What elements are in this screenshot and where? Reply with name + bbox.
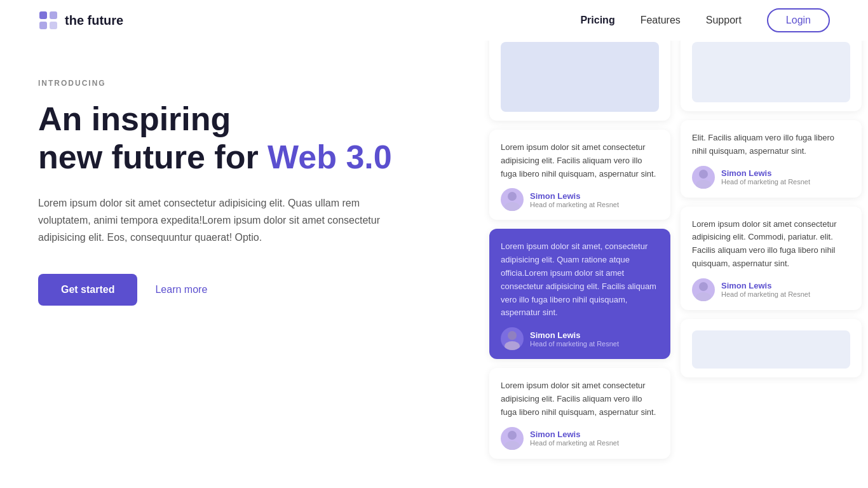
card-text-r2: Elit. Facilis aliquam vero illo fuga lib…	[692, 132, 850, 158]
hero-title-line1: An inspiring	[38, 100, 231, 137]
logo-icon	[38, 10, 58, 30]
testimonial-card-7: Lorem ipsum dolor sit amet consectetur a…	[489, 368, 670, 458]
logo: the future	[38, 10, 123, 30]
testimonials-area: Lorem ipsum dolor sit amet consectetur a…	[483, 41, 868, 488]
cta-group: Get started Learn more	[38, 274, 445, 306]
hero-title: An inspiring new future for Web 3.0	[38, 100, 445, 177]
svg-point-4	[508, 192, 517, 201]
svg-point-13	[696, 292, 711, 301]
svg-point-9	[505, 441, 520, 450]
avatar-r2	[692, 166, 715, 189]
card-text-2: Lorem ipsum dolor sit amet consectetur a…	[501, 141, 659, 180]
svg-point-11	[696, 180, 711, 189]
author-info-r2: Simon Lewis Head of marketing at Resnet	[721, 168, 810, 186]
introducing-label: INTRODUCING	[38, 79, 445, 88]
testimonial-card-r3: Lorem ipsum dolor sit amet consectetur a…	[681, 207, 862, 310]
svg-point-6	[508, 331, 517, 340]
svg-rect-2	[39, 22, 47, 29]
avatar-7	[501, 427, 524, 450]
svg-rect-3	[50, 22, 57, 29]
card-text-7: Lorem ipsum dolor sit amet consectetur a…	[501, 379, 659, 419]
hero-description: Lorem ipsum dolor sit amet consectetur a…	[38, 194, 381, 247]
author-name-3: Simon Lewis	[530, 330, 619, 340]
author-info-2: Simon Lewis Head of marketing at Resnet	[530, 191, 619, 208]
author-info-3: Simon Lewis Head of marketing at Resnet	[530, 330, 619, 348]
avatar-r3	[692, 278, 715, 301]
author-role-r2: Head of marketing at Resnet	[721, 178, 810, 186]
card-author-r2: Simon Lewis Head of marketing at Resnet	[692, 166, 850, 189]
testimonial-card-r4	[681, 319, 862, 377]
testimonials-columns: Lorem ipsum dolor sit amet consectetur a…	[483, 41, 868, 459]
author-role-7: Head of marketing at Resnet	[530, 439, 619, 447]
testimonial-card-r1	[681, 41, 862, 111]
header: the future Pricing Features Support Logi…	[0, 0, 868, 41]
svg-point-7	[505, 341, 520, 350]
avatar-2	[501, 188, 524, 211]
card-image-r1	[692, 42, 850, 102]
author-role-2: Head of marketing at Resnet	[530, 201, 619, 208]
testimonial-card-1	[489, 41, 670, 121]
main-container: INTRODUCING An inspiring new future for …	[0, 41, 868, 488]
author-info-r3: Simon Lewis Head of marketing at Resnet	[721, 281, 810, 298]
card-author-2: Simon Lewis Head of marketing at Resnet	[501, 188, 659, 211]
author-name-2: Simon Lewis	[530, 191, 619, 201]
nav-features[interactable]: Features	[641, 15, 681, 26]
card-author-r3: Simon Lewis Head of marketing at Resnet	[692, 278, 850, 301]
svg-point-5	[505, 202, 520, 211]
card-text-3: Lorem ipsum dolor sit amet, consectetur …	[501, 240, 659, 320]
nav-support[interactable]: Support	[706, 15, 742, 26]
main-nav: Pricing Features Support Login	[580, 8, 830, 32]
get-started-button[interactable]: Get started	[38, 274, 137, 306]
author-name-r3: Simon Lewis	[721, 281, 810, 290]
author-name-7: Simon Lewis	[530, 430, 619, 439]
nav-pricing[interactable]: Pricing	[580, 15, 614, 26]
login-button[interactable]: Login	[767, 8, 830, 32]
card-bottom-placeholder	[692, 330, 850, 369]
card-text-r3: Lorem ipsum dolor sit amet consectetur a…	[692, 218, 850, 271]
hero-section: INTRODUCING An inspiring new future for …	[0, 41, 483, 488]
author-name-r2: Simon Lewis	[721, 168, 810, 178]
avatar-3	[501, 327, 524, 350]
testimonials-col-right: Elit. Facilis aliquam vero illo fuga lib…	[681, 41, 862, 459]
author-info-7: Simon Lewis Head of marketing at Resnet	[530, 430, 619, 447]
testimonial-card-r2: Elit. Facilis aliquam vero illo fuga lib…	[681, 120, 862, 198]
testimonial-card-3: Lorem ipsum dolor sit amet, consectetur …	[489, 229, 670, 359]
testimonial-card-2: Lorem ipsum dolor sit amet consectetur a…	[489, 130, 670, 220]
card-author-7: Simon Lewis Head of marketing at Resnet	[501, 427, 659, 450]
hero-title-line2: new future for	[38, 139, 268, 175]
svg-point-8	[508, 431, 517, 440]
card-author-3: Simon Lewis Head of marketing at Resnet	[501, 327, 659, 350]
logo-text: the future	[65, 13, 123, 28]
author-role-3: Head of marketing at Resnet	[530, 340, 619, 348]
learn-more-link[interactable]: Learn more	[155, 284, 207, 295]
svg-point-10	[699, 170, 708, 179]
card-image-1	[501, 42, 659, 112]
hero-title-accent: Web 3.0	[268, 139, 392, 175]
svg-rect-0	[39, 11, 47, 19]
testimonials-col-left: Lorem ipsum dolor sit amet consectetur a…	[489, 41, 670, 459]
author-role-r3: Head of marketing at Resnet	[721, 290, 810, 298]
svg-point-12	[699, 282, 708, 291]
svg-rect-1	[50, 11, 57, 19]
